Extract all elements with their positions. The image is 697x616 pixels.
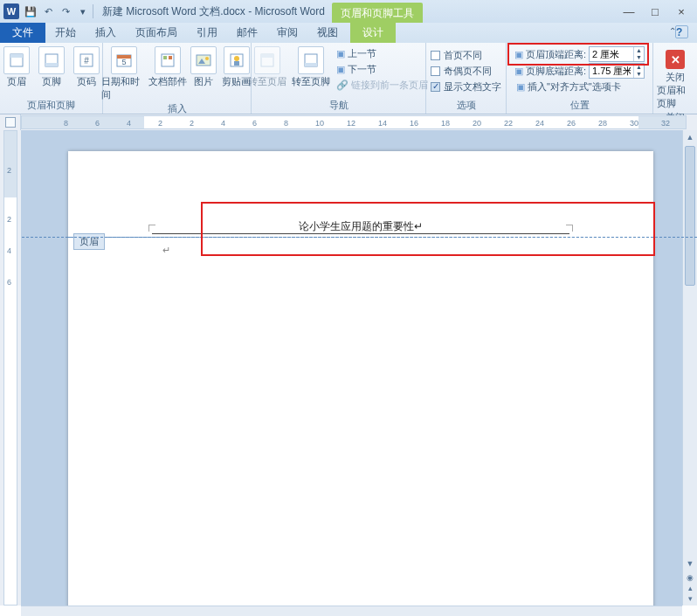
checkbox-icon (431, 51, 440, 60)
picture-button[interactable]: 图片 (189, 45, 218, 88)
ruler-tick: 28 (598, 119, 607, 128)
date-time-button[interactable]: 5 日期和时间 (101, 45, 147, 101)
spin-up-icon[interactable]: ▲ (634, 64, 644, 71)
footer-bottom-distance-row: ▣ 页脚底端距离: ▲▼ (514, 63, 645, 79)
group-label: 导航 (255, 98, 422, 114)
tab-review[interactable]: 审阅 (267, 23, 307, 43)
show-document-text-checkbox[interactable]: ✓显示文档文字 (429, 80, 503, 94)
document-canvas[interactable]: 论小学生应用题的重要性↵ ↵ 页眉 (21, 130, 697, 606)
word-app-icon: W (3, 3, 19, 19)
parts-icon (159, 52, 176, 69)
quick-access-toolbar: 💾 ↶ ↷ ▾ (23, 3, 91, 19)
clipart-icon (228, 52, 245, 69)
spin-up-icon[interactable]: ▲ (634, 47, 644, 54)
checkbox-icon: ✓ (431, 82, 440, 92)
header-section-label: 页眉 (73, 233, 105, 250)
ruler-corner[interactable] (0, 114, 21, 130)
group-label: 位置 (510, 98, 649, 114)
tab-selector-icon (5, 117, 16, 128)
document-parts-button[interactable]: 文档部件 (148, 45, 187, 88)
window-close-button[interactable]: × (674, 4, 688, 18)
page-number-button[interactable]: # 页码 (70, 45, 103, 88)
scroll-up-icon[interactable]: ▲ (683, 130, 697, 144)
ruler-tick: 2 (7, 166, 11, 175)
header-distance-icon: ▣ (514, 49, 523, 60)
header-icon (8, 52, 25, 69)
previous-section-button[interactable]: ▣上一节 (334, 46, 431, 61)
page-number-icon: # (78, 52, 95, 69)
ruler-tick: 16 (410, 119, 418, 128)
prev-icon: ▣ (336, 48, 345, 59)
paragraph-mark: ↵ (162, 245, 170, 256)
footer-button[interactable]: 页脚 (35, 45, 68, 88)
group-insert: 5 日期和时间 文档部件 图片 剪贴画 插入 (103, 43, 252, 114)
footer-bottom-distance-input[interactable]: ▲▼ (589, 63, 645, 79)
svg-rect-1 (10, 54, 23, 58)
window-minimize-button[interactable]: — (622, 4, 636, 18)
svg-rect-19 (261, 54, 273, 58)
svg-point-14 (205, 57, 209, 60)
group-options: 首页不同 奇偶页不同 ✓显示文档文字 选项 (426, 43, 507, 114)
picture-icon (195, 52, 212, 69)
svg-rect-17 (234, 61, 239, 66)
header-text-content[interactable]: 论小学生应用题的重要性↵ (68, 219, 653, 234)
tab-view[interactable]: 视图 (307, 23, 348, 43)
tab-insert[interactable]: 插入 (86, 23, 126, 43)
close-header-footer-button[interactable]: ✕ 关闭 页眉和页脚 (657, 45, 694, 110)
checkbox-icon (431, 66, 440, 76)
scroll-thumb[interactable] (685, 146, 695, 286)
ruler-tick: 2 (158, 119, 162, 128)
svg-rect-10 (163, 56, 167, 59)
ruler-tick: 32 (661, 119, 670, 128)
goto-footer-button[interactable]: 转至页脚 (290, 45, 332, 88)
header-top-value[interactable] (590, 49, 633, 59)
svg-text:#: # (84, 56, 89, 66)
ruler-tick: 2 (7, 215, 11, 224)
tab-page-layout[interactable]: 页面布局 (126, 23, 187, 43)
goto-header-button[interactable]: 转至页眉 (246, 45, 288, 88)
window-maximize-button[interactable]: □ (648, 4, 662, 18)
link-previous-button[interactable]: 🔗链接到前一条页眉 (334, 78, 431, 93)
group-label: 页眉和页脚 (3, 98, 99, 114)
contextual-tool-title: 页眉和页脚工具 (332, 3, 423, 23)
next-section-button[interactable]: ▣下一节 (334, 62, 431, 77)
tab-home[interactable]: 开始 (45, 23, 86, 43)
different-first-page-checkbox[interactable]: 首页不同 (429, 48, 503, 63)
goto-footer-icon (302, 52, 320, 69)
tab-file[interactable]: 文件 (0, 23, 45, 43)
scroll-down-icon[interactable]: ▼ (683, 557, 697, 571)
vertical-scrollbar[interactable]: ▲ ▼ ◉ ▴ ▾ (682, 130, 697, 606)
document-page[interactable]: 论小学生应用题的重要性↵ ↵ (68, 151, 653, 606)
separator (93, 4, 93, 18)
footer-bottom-value[interactable] (590, 66, 633, 76)
qat-redo-icon[interactable]: ↷ (58, 3, 73, 19)
group-close: ✕ 关闭 页眉和页脚 关闭 (653, 43, 697, 114)
vertical-ruler[interactable]: 2246 (3, 130, 17, 606)
group-position: ▣ 页眉顶端距离: ▲▼ ▣ 页脚底端距离: ▲▼ ▣ (507, 43, 653, 114)
qat-customize-icon[interactable]: ▾ (75, 3, 91, 19)
tab-design[interactable]: 设计 (350, 23, 396, 43)
tab-references[interactable]: 引用 (187, 23, 227, 43)
insert-alignment-tab-button[interactable]: ▣ 插入"对齐方式"选项卡 (514, 80, 645, 94)
spin-down-icon[interactable]: ▼ (634, 54, 644, 61)
header-top-distance-input[interactable]: ▲▼ (589, 46, 645, 62)
qat-save-icon[interactable]: 💾 (23, 3, 38, 19)
ruler-tick: 6 (95, 119, 100, 128)
help-button[interactable]: ? (675, 25, 688, 38)
horizontal-scrollbar[interactable] (21, 606, 682, 616)
ruler-tick: 22 (504, 119, 513, 128)
ruler-tick: 4 (7, 246, 11, 255)
tab-mailings[interactable]: 邮件 (227, 23, 267, 43)
ribbon-tabs: 文件 开始 插入 页面布局 引用 邮件 审阅 视图 设计 ⌃ ? (0, 23, 697, 43)
horizontal-ruler[interactable]: 8642246810121416182022242628303234363840… (21, 115, 687, 129)
header-button[interactable]: 页眉 (0, 45, 33, 88)
different-odd-even-checkbox[interactable]: 奇偶页不同 (429, 64, 503, 79)
next-page-icon[interactable]: ▾ (683, 592, 697, 606)
header-top-distance-row: ▣ 页眉顶端距离: ▲▼ (514, 46, 645, 62)
svg-rect-12 (197, 55, 210, 66)
spin-down-icon[interactable]: ▼ (634, 71, 644, 78)
header-underline (152, 233, 569, 234)
qat-undo-icon[interactable]: ↶ (40, 3, 56, 19)
document-area: 2246 论小学生应用题的重要性↵ ↵ 页眉 (0, 130, 697, 606)
close-icon: ✕ (666, 50, 685, 69)
